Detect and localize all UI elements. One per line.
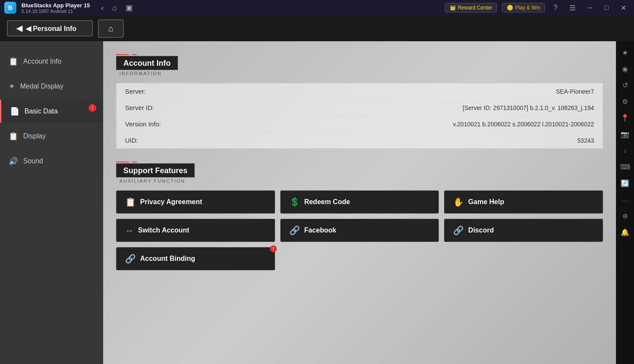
app-version: 5.14.10.1007 Android 11 xyxy=(21,9,90,14)
basic-data-badge: ! xyxy=(89,104,96,112)
app-name: BlueStacks App Player 15 xyxy=(21,2,90,9)
content-area: SPEKTR Account Info INFORMATION Server: xyxy=(103,41,616,364)
facebook-label: Facebook xyxy=(304,226,337,234)
redeem-code-label: Redeem Code xyxy=(304,198,350,206)
rs-sync-button[interactable]: 🔄 xyxy=(617,175,633,191)
account-info-table: Server: SEA-Pioneer7 Server ID: [Server … xyxy=(116,83,603,149)
account-binding-icon: 🔗 xyxy=(125,254,136,264)
switch-account-button[interactable]: ↔ Switch Account xyxy=(116,219,275,242)
sidebar-item-display[interactable]: 📋 Display xyxy=(0,125,103,148)
privacy-agreement-button[interactable]: 📋 Privacy Agreement xyxy=(116,190,275,214)
support-features-grid: 📋 Privacy Agreement 💲 Redeem Code ✋ Game… xyxy=(116,190,603,270)
sound-icon: 🔊 xyxy=(9,156,18,166)
sidebar: 📋 Account Info ✦ Medal Display 📄 Basic D… xyxy=(0,41,103,364)
rs-camera-button[interactable]: 📷 xyxy=(617,126,633,142)
rs-bell-button[interactable]: 🔔 xyxy=(617,224,633,240)
account-info-subtitle: INFORMATION xyxy=(119,71,178,76)
rs-more-button[interactable]: … xyxy=(617,192,633,207)
back-arrow-icon: ◀ xyxy=(16,24,22,33)
minimize-button[interactable]: ─ xyxy=(584,3,596,12)
support-features-section: Support Features AUXILIARY FUNCTION 📋 Pr… xyxy=(116,162,603,270)
uid-value: 53243 xyxy=(194,137,594,144)
rs-add-button[interactable]: ⊕ xyxy=(617,208,633,223)
switch-account-icon: ↔ xyxy=(125,226,134,236)
crown-icon: 👑 xyxy=(450,5,456,11)
maximize-button[interactable]: □ xyxy=(601,3,612,12)
game-header: ◀ ◀ Personal Info ⌂ xyxy=(0,15,634,41)
sidebar-item-sound[interactable]: 🔊 Sound xyxy=(0,150,103,173)
server-row: Server: SEA-Pioneer7 xyxy=(116,83,603,100)
account-info-header: Account Info INFORMATION xyxy=(116,54,603,78)
support-features-subtitle: AUXILIARY FUNCTION xyxy=(119,178,195,184)
rs-circle-button[interactable]: ◉ xyxy=(617,61,633,76)
back-button[interactable]: ◀ ◀ Personal Info xyxy=(7,20,93,37)
title-right: 👑 Reward Center 🪙 Play & Win ? ☰ ─ □ ✕ xyxy=(445,3,630,13)
title-bar: B BlueStacks App Player 15 5.14.10.1007 … xyxy=(0,0,634,15)
app-logo: B xyxy=(4,2,16,14)
account-binding-badge: ! xyxy=(270,245,277,252)
right-sidebar: ★ ◉ ↺ ⚙ 📍 📷 ↓ ⌨ 🔄 … ⊕ 🔔 xyxy=(616,41,634,364)
sidebar-item-medal-display[interactable]: ✦ Medal Display xyxy=(0,75,103,98)
back-button-label: ◀ Personal Info xyxy=(26,24,77,33)
game-help-label: Game Help xyxy=(468,198,504,206)
reward-center-label: Reward Center xyxy=(458,5,493,11)
account-info-icon: 📋 xyxy=(9,57,18,66)
rs-refresh-button[interactable]: ↺ xyxy=(617,77,633,93)
facebook-button[interactable]: 🔗 Facebook xyxy=(280,219,439,242)
rs-keyboard-button[interactable]: ⌨ xyxy=(617,159,633,174)
server-value: SEA-Pioneer7 xyxy=(194,88,594,95)
play-win-button[interactable]: 🪙 Play & Win xyxy=(502,3,545,12)
support-features-title: Support Features xyxy=(116,163,195,177)
rs-star-button[interactable]: ★ xyxy=(617,45,633,60)
sidebar-item-medal-display-label: Medal Display xyxy=(20,83,63,90)
close-button[interactable]: ✕ xyxy=(617,3,630,13)
main-layout: 📋 Account Info ✦ Medal Display 📄 Basic D… xyxy=(0,41,634,364)
sidebar-item-display-label: Display xyxy=(23,132,46,140)
rs-location-button[interactable]: 📍 xyxy=(617,110,633,125)
server-label: Server: xyxy=(125,88,194,95)
server-id-value: [Server ID: 2971310007] b.2.1.0_v. 10826… xyxy=(194,104,594,111)
home-icon: ⌂ xyxy=(108,24,113,34)
account-info-title: Account Info xyxy=(116,56,178,70)
nav-home-button[interactable]: ⌂ xyxy=(110,2,119,13)
game-help-button[interactable]: ✋ Game Help xyxy=(444,190,603,214)
version-info-row: Version Info: v.2010021 b.2006022 s.2006… xyxy=(116,116,603,132)
privacy-agreement-label: Privacy Agreement xyxy=(140,198,202,206)
account-binding-label: Account Binding xyxy=(140,255,195,263)
discord-label: Discord xyxy=(468,226,494,234)
server-id-row: Server ID: [Server ID: 2971310007] b.2.1… xyxy=(116,100,603,116)
server-id-label: Server ID: xyxy=(125,104,194,111)
uid-row: UID: 53243 xyxy=(116,132,603,148)
privacy-agreement-icon: 📋 xyxy=(125,197,136,207)
support-features-header: Support Features AUXILIARY FUNCTION xyxy=(116,162,603,185)
rs-gear-button[interactable]: ⚙ xyxy=(617,94,633,109)
nav-tabs-button[interactable]: ▣ xyxy=(123,2,135,13)
sidebar-item-account-info-label: Account Info xyxy=(23,58,61,65)
discord-button[interactable]: 🔗 Discord xyxy=(444,219,603,242)
home-button[interactable]: ⌂ xyxy=(98,19,124,38)
sidebar-item-sound-label: Sound xyxy=(23,157,43,165)
menu-button[interactable]: ☰ xyxy=(566,3,579,13)
game-help-icon: ✋ xyxy=(453,197,464,207)
sidebar-item-basic-data-label: Basic Data xyxy=(25,107,58,115)
nav-back-button[interactable]: ‹ xyxy=(98,2,106,13)
redeem-code-button[interactable]: 💲 Redeem Code xyxy=(280,190,439,214)
uid-label: UID: xyxy=(125,137,194,144)
title-nav: ‹ ⌂ ▣ xyxy=(98,2,135,13)
rs-download-button[interactable]: ↓ xyxy=(617,143,633,158)
sidebar-item-account-info[interactable]: 📋 Account Info xyxy=(0,50,103,73)
facebook-icon: 🔗 xyxy=(289,225,300,236)
version-info-value: v.2010021 b.2006022 s.2006022 l.2010021-… xyxy=(194,121,594,128)
switch-account-label: Switch Account xyxy=(138,226,189,234)
version-info-label: Version Info: xyxy=(125,120,194,128)
medal-display-icon: ✦ xyxy=(9,82,15,91)
coin-icon: 🪙 xyxy=(507,5,513,11)
account-binding-button[interactable]: 🔗 Account Binding ! xyxy=(116,247,275,270)
discord-icon: 🔗 xyxy=(453,225,464,236)
basic-data-icon: 📄 xyxy=(10,107,19,116)
reward-center-button[interactable]: 👑 Reward Center xyxy=(445,3,497,12)
help-button[interactable]: ? xyxy=(550,3,561,12)
account-info-section: Account Info INFORMATION Server: SEA-Pio… xyxy=(116,54,603,149)
sidebar-item-basic-data[interactable]: 📄 Basic Data ! xyxy=(0,100,103,123)
play-win-label: Play & Win xyxy=(515,5,540,11)
